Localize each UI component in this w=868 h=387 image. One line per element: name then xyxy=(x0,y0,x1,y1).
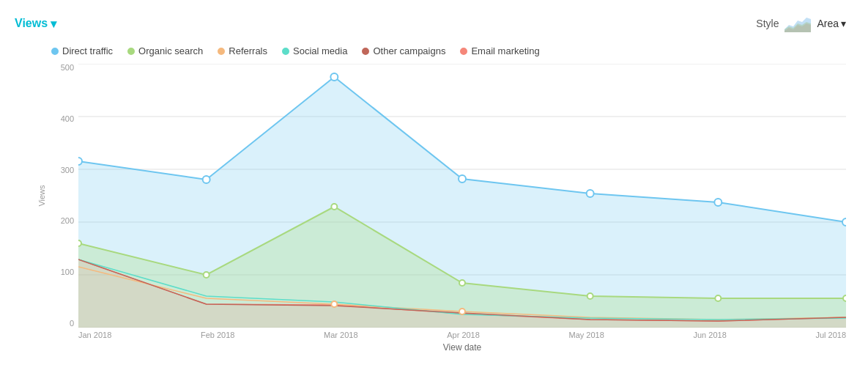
views-dropdown[interactable]: Views ▾ xyxy=(15,17,56,31)
legend-dot-referrals xyxy=(218,48,225,55)
datapoint-organic-jan[interactable] xyxy=(78,240,81,246)
datapoint-direct-jul[interactable] xyxy=(842,218,846,226)
datapoint-organic-mar[interactable] xyxy=(331,204,337,210)
datapoint-direct-apr[interactable] xyxy=(459,175,466,183)
legend-item-referrals[interactable]: Referrals xyxy=(218,45,267,56)
legend-dot-social-media xyxy=(282,48,289,55)
chevron-down-icon: ▾ xyxy=(51,17,56,31)
datapoint-direct-feb[interactable] xyxy=(203,176,210,183)
y-label-300: 300 xyxy=(61,166,74,174)
datapoint-direct-mar[interactable] xyxy=(330,73,338,81)
x-label-apr: Apr 2018 xyxy=(447,331,480,339)
x-label-mar: Mar 2018 xyxy=(324,331,357,339)
x-label-feb: Feb 2018 xyxy=(201,331,234,339)
chart-legend: Direct traffic Organic search Referrals … xyxy=(51,45,846,56)
datapoint-direct-jun[interactable] xyxy=(714,199,722,206)
datapoint-organic-feb[interactable] xyxy=(204,272,209,278)
y-axis-title: Views xyxy=(37,185,45,206)
legend-item-social-media[interactable]: Social media xyxy=(282,45,347,56)
legend-label-other-campaigns: Other campaigns xyxy=(373,45,445,56)
area-chart-icon xyxy=(784,15,811,32)
datapoint-organic-jul[interactable] xyxy=(843,295,846,301)
y-label-100: 100 xyxy=(61,268,74,276)
area-dropdown[interactable]: Area ▾ xyxy=(817,18,846,29)
legend-label-email-marketing: Email marketing xyxy=(471,45,539,56)
style-area: Style Area ▾ xyxy=(756,15,846,32)
top-bar: Views ▾ Style Area ▾ xyxy=(15,15,846,32)
x-label-jun: Jun 2018 xyxy=(693,331,726,339)
datapoint-organic-apr[interactable] xyxy=(459,280,465,286)
style-label: Style xyxy=(756,18,779,29)
views-label: Views xyxy=(15,17,48,30)
legend-label-direct-traffic: Direct traffic xyxy=(62,45,113,56)
legend-item-direct-traffic[interactable]: Direct traffic xyxy=(51,45,113,56)
legend-label-referrals: Referrals xyxy=(229,45,267,56)
chart-svg xyxy=(78,64,846,328)
x-label-may: May 2018 xyxy=(569,331,604,339)
datapoint-direct-jan[interactable] xyxy=(78,158,82,165)
chart-container: Views ▾ Style Area ▾ Direct traffic Orga… xyxy=(0,0,868,387)
y-label-400: 400 xyxy=(61,115,74,123)
datapoint-referrals-mar[interactable] xyxy=(331,301,337,307)
y-label-0: 0 xyxy=(70,320,74,328)
datapoint-organic-may[interactable] xyxy=(587,293,593,299)
datapoint-referrals-apr[interactable] xyxy=(459,309,465,314)
y-label-200: 200 xyxy=(61,217,74,225)
legend-item-other-campaigns[interactable]: Other campaigns xyxy=(362,45,445,56)
legend-label-organic-search: Organic search xyxy=(138,45,203,56)
x-label-jul: Jul 2018 xyxy=(815,331,846,339)
legend-dot-organic-search xyxy=(127,48,135,55)
legend-label-social-media: Social media xyxy=(293,45,347,56)
area-chevron-icon: ▾ xyxy=(841,18,846,29)
x-axis-title: View date xyxy=(78,342,846,353)
x-label-jan: Jan 2018 xyxy=(78,331,111,339)
datapoint-direct-may[interactable] xyxy=(587,190,594,197)
datapoint-organic-jun[interactable] xyxy=(715,295,721,301)
legend-item-email-marketing[interactable]: Email marketing xyxy=(460,45,539,56)
legend-item-organic-search[interactable]: Organic search xyxy=(127,45,203,56)
y-label-500: 500 xyxy=(61,64,74,72)
area-label: Area xyxy=(817,18,839,29)
legend-dot-direct-traffic xyxy=(51,48,59,55)
legend-dot-other-campaigns xyxy=(362,48,369,55)
svg-marker-2 xyxy=(784,22,811,32)
legend-dot-email-marketing xyxy=(460,48,467,55)
